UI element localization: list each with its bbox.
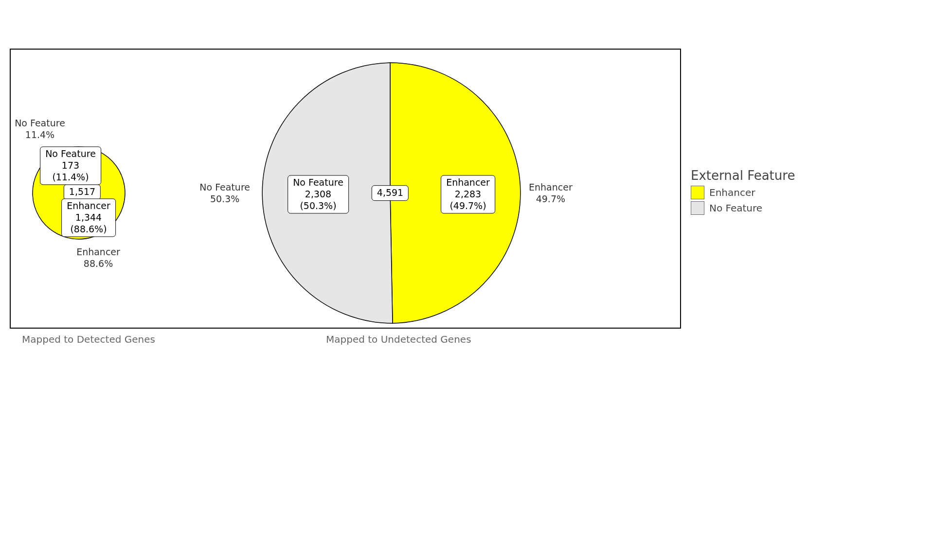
axis-label-undetected: Mapped to Undetected Genes (326, 333, 471, 345)
slice-box-undetected-nofeature: No Feature2,308(50.3%) (287, 175, 349, 213)
legend-item-nofeature: No Feature (691, 201, 795, 215)
slice-box-undetected-enhancer: Enhancer2,283(49.7%) (441, 175, 495, 213)
outer-label-undetected-enhancer: Enhancer49.7% (529, 182, 573, 205)
slice-box-detected-enhancer: Enhancer1,344(88.6%) (61, 198, 116, 237)
legend-swatch-nofeature (691, 201, 704, 215)
legend-title: External Feature (691, 168, 795, 183)
plot-frame: No Feature11.4% Enhancer88.6% Enhancer49… (10, 49, 681, 329)
outer-label-undetected-nofeature: No Feature50.3% (199, 182, 250, 205)
total-box-undetected: 4,591 (372, 185, 409, 201)
outer-label-detected-nofeature: No Feature11.4% (15, 118, 65, 141)
total-box-detected: 1,517 (64, 184, 101, 200)
slice-box-detected-nofeature: No Feature173(11.4%) (40, 146, 101, 185)
legend-item-enhancer: Enhancer (691, 186, 795, 199)
legend: External Feature Enhancer No Feature (691, 168, 795, 215)
legend-label-enhancer: Enhancer (709, 187, 755, 198)
chart-stage: No Feature11.4% Enhancer88.6% Enhancer49… (0, 0, 934, 560)
axis-label-detected: Mapped to Detected Genes (22, 333, 155, 345)
outer-label-detected-enhancer: Enhancer88.6% (76, 246, 120, 270)
legend-swatch-enhancer (691, 186, 704, 199)
legend-label-nofeature: No Feature (709, 202, 762, 214)
